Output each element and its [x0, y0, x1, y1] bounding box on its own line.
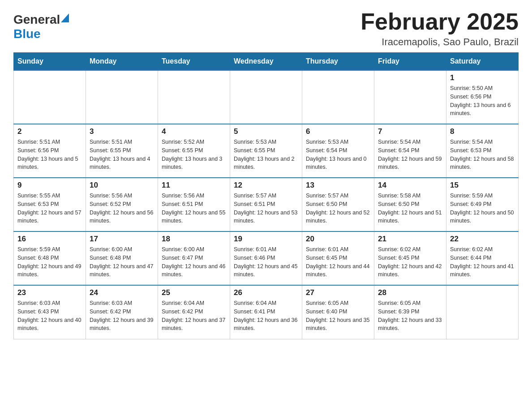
day-info: Sunrise: 5:57 AMSunset: 6:50 PMDaylight:…: [306, 192, 370, 225]
day-info: Sunrise: 6:03 AMSunset: 6:43 PMDaylight:…: [17, 299, 82, 333]
day-number: 15: [450, 181, 515, 190]
day-number: 22: [450, 235, 515, 244]
calendar-cell: 21Sunrise: 6:02 AMSunset: 6:45 PMDayligh…: [374, 231, 446, 285]
calendar-cell: 10Sunrise: 5:56 AMSunset: 6:52 PMDayligh…: [86, 178, 158, 231]
day-info: Sunrise: 6:05 AMSunset: 6:40 PMDaylight:…: [306, 299, 370, 333]
calendar-cell: 7Sunrise: 5:54 AMSunset: 6:54 PMDaylight…: [374, 124, 446, 178]
day-number: 1: [450, 73, 515, 82]
day-number: 17: [90, 235, 154, 244]
header-day-sunday: Sunday: [14, 53, 86, 71]
calendar-cell: 20Sunrise: 6:01 AMSunset: 6:45 PMDayligh…: [302, 231, 374, 285]
calendar-cell: 3Sunrise: 5:51 AMSunset: 6:55 PMDaylight…: [86, 124, 158, 178]
day-number: 3: [90, 127, 154, 136]
day-number: 10: [90, 181, 154, 190]
calendar-cell: [14, 70, 86, 124]
header-row: SundayMondayTuesdayWednesdayThursdayFrid…: [14, 53, 519, 71]
calendar-cell: 1Sunrise: 5:50 AMSunset: 6:56 PMDaylight…: [446, 70, 519, 124]
day-info: Sunrise: 6:05 AMSunset: 6:39 PMDaylight:…: [378, 299, 442, 333]
day-info: Sunrise: 6:02 AMSunset: 6:44 PMDaylight:…: [450, 245, 515, 279]
logo: General Blue: [13, 9, 69, 41]
header-day-tuesday: Tuesday: [158, 53, 230, 71]
location-title: Iracemapolis, Sao Paulo, Brazil: [360, 36, 519, 48]
day-number: 6: [306, 127, 370, 136]
header-day-thursday: Thursday: [302, 53, 374, 71]
day-number: 13: [306, 181, 370, 190]
calendar-cell: [374, 70, 446, 124]
calendar-cell: 5Sunrise: 5:53 AMSunset: 6:55 PMDaylight…: [230, 124, 302, 178]
calendar-cell: 17Sunrise: 6:00 AMSunset: 6:48 PMDayligh…: [86, 231, 158, 285]
calendar-cell: 22Sunrise: 6:02 AMSunset: 6:44 PMDayligh…: [446, 231, 519, 285]
day-number: 28: [378, 288, 442, 297]
calendar-cell: 24Sunrise: 6:03 AMSunset: 6:42 PMDayligh…: [86, 285, 158, 339]
calendar-cell: 23Sunrise: 6:03 AMSunset: 6:43 PMDayligh…: [14, 285, 86, 339]
day-number: 11: [162, 181, 226, 190]
calendar-cell: 28Sunrise: 6:05 AMSunset: 6:39 PMDayligh…: [374, 285, 446, 339]
calendar-cell: [158, 70, 230, 124]
calendar-cell: 26Sunrise: 6:04 AMSunset: 6:41 PMDayligh…: [230, 285, 302, 339]
calendar-cell: 2Sunrise: 5:51 AMSunset: 6:56 PMDaylight…: [14, 124, 86, 178]
calendar-cell: [230, 70, 302, 124]
week-row-5: 23Sunrise: 6:03 AMSunset: 6:43 PMDayligh…: [14, 285, 519, 339]
logo-general-text: General: [13, 13, 60, 27]
day-number: 20: [306, 235, 370, 244]
calendar-cell: 9Sunrise: 5:55 AMSunset: 6:53 PMDaylight…: [14, 178, 86, 231]
day-info: Sunrise: 5:56 AMSunset: 6:52 PMDaylight:…: [90, 192, 154, 225]
calendar-cell: 25Sunrise: 6:04 AMSunset: 6:42 PMDayligh…: [158, 285, 230, 339]
day-number: 26: [234, 288, 298, 297]
day-info: Sunrise: 6:00 AMSunset: 6:48 PMDaylight:…: [90, 245, 154, 279]
day-info: Sunrise: 5:53 AMSunset: 6:54 PMDaylight:…: [306, 138, 370, 171]
day-info: Sunrise: 6:02 AMSunset: 6:45 PMDaylight:…: [378, 245, 442, 279]
day-number: 25: [162, 288, 226, 297]
day-number: 4: [162, 127, 226, 136]
calendar-cell: 11Sunrise: 5:56 AMSunset: 6:51 PMDayligh…: [158, 178, 230, 231]
calendar-cell: [302, 70, 374, 124]
day-info: Sunrise: 6:03 AMSunset: 6:42 PMDaylight:…: [90, 299, 154, 333]
header-day-friday: Friday: [374, 53, 446, 71]
day-number: 18: [162, 235, 226, 244]
header-day-wednesday: Wednesday: [230, 53, 302, 71]
calendar-table: SundayMondayTuesdayWednesdayThursdayFrid…: [13, 52, 519, 339]
month-title: February 2025: [360, 9, 519, 34]
calendar-cell: 15Sunrise: 5:59 AMSunset: 6:49 PMDayligh…: [446, 178, 519, 231]
week-row-4: 16Sunrise: 5:59 AMSunset: 6:48 PMDayligh…: [14, 231, 519, 285]
svg-marker-0: [61, 13, 69, 22]
day-info: Sunrise: 5:59 AMSunset: 6:48 PMDaylight:…: [17, 245, 82, 279]
header-day-saturday: Saturday: [446, 53, 519, 71]
calendar-cell: [86, 70, 158, 124]
day-info: Sunrise: 5:58 AMSunset: 6:50 PMDaylight:…: [378, 192, 442, 225]
calendar-cell: 12Sunrise: 5:57 AMSunset: 6:51 PMDayligh…: [230, 178, 302, 231]
calendar-cell: [446, 285, 519, 339]
calendar-cell: 27Sunrise: 6:05 AMSunset: 6:40 PMDayligh…: [302, 285, 374, 339]
day-info: Sunrise: 5:54 AMSunset: 6:54 PMDaylight:…: [378, 138, 442, 171]
day-info: Sunrise: 5:50 AMSunset: 6:56 PMDaylight:…: [450, 84, 515, 118]
calendar-cell: 4Sunrise: 5:52 AMSunset: 6:55 PMDaylight…: [158, 124, 230, 178]
calendar-cell: 16Sunrise: 5:59 AMSunset: 6:48 PMDayligh…: [14, 231, 86, 285]
day-number: 27: [306, 288, 370, 297]
day-info: Sunrise: 5:51 AMSunset: 6:56 PMDaylight:…: [17, 138, 82, 171]
day-number: 19: [234, 235, 298, 244]
day-number: 23: [17, 288, 82, 297]
day-number: 9: [17, 181, 82, 190]
day-info: Sunrise: 6:01 AMSunset: 6:46 PMDaylight:…: [234, 245, 298, 279]
day-number: 21: [378, 235, 442, 244]
week-row-2: 2Sunrise: 5:51 AMSunset: 6:56 PMDaylight…: [14, 124, 519, 178]
header: General Blue February 2025 Iracemapolis,…: [13, 9, 519, 48]
day-info: Sunrise: 5:54 AMSunset: 6:53 PMDaylight:…: [450, 138, 515, 171]
day-info: Sunrise: 5:59 AMSunset: 6:49 PMDaylight:…: [450, 192, 515, 225]
day-info: Sunrise: 5:51 AMSunset: 6:55 PMDaylight:…: [90, 138, 154, 171]
day-info: Sunrise: 6:04 AMSunset: 6:41 PMDaylight:…: [234, 299, 298, 333]
calendar-cell: 13Sunrise: 5:57 AMSunset: 6:50 PMDayligh…: [302, 178, 374, 231]
calendar-cell: 14Sunrise: 5:58 AMSunset: 6:50 PMDayligh…: [374, 178, 446, 231]
week-row-3: 9Sunrise: 5:55 AMSunset: 6:53 PMDaylight…: [14, 178, 519, 231]
logo-arrow-icon: [61, 13, 69, 24]
calendar-cell: 6Sunrise: 5:53 AMSunset: 6:54 PMDaylight…: [302, 124, 374, 178]
day-number: 14: [378, 181, 442, 190]
day-number: 16: [17, 235, 82, 244]
day-number: 8: [450, 127, 515, 136]
title-area: February 2025 Iracemapolis, Sao Paulo, B…: [360, 9, 519, 48]
header-day-monday: Monday: [86, 53, 158, 71]
week-row-1: 1Sunrise: 5:50 AMSunset: 6:56 PMDaylight…: [14, 70, 519, 124]
day-info: Sunrise: 5:55 AMSunset: 6:53 PMDaylight:…: [17, 192, 82, 225]
calendar-cell: 18Sunrise: 6:00 AMSunset: 6:47 PMDayligh…: [158, 231, 230, 285]
day-number: 7: [378, 127, 442, 136]
